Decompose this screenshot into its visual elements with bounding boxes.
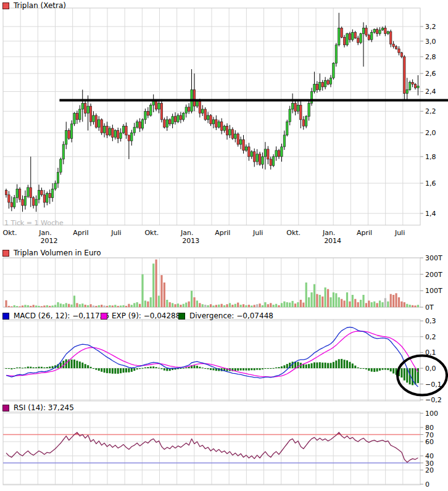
- svg-text:2013: 2013: [182, 237, 199, 245]
- exp-series-marker-icon: [101, 313, 107, 320]
- svg-text:April: April: [215, 229, 230, 237]
- macd-legend-label: MACD (26, 12): −0,11736: [14, 312, 109, 320]
- svg-text:0,0: 0,0: [425, 365, 436, 373]
- svg-text:April: April: [73, 229, 88, 237]
- svg-text:April: April: [357, 229, 372, 237]
- svg-text:3,2: 3,2: [425, 23, 436, 31]
- price-legend-label: Triplan (Xetra): [14, 1, 66, 10]
- divergence-series-marker-icon: [178, 313, 185, 320]
- rsi-series-marker-icon: [2, 405, 9, 411]
- macd-series-marker-icon: [2, 313, 9, 320]
- svg-text:2012: 2012: [40, 237, 57, 245]
- svg-text:1,6: 1,6: [425, 179, 436, 188]
- svg-text:0,3: 0,3: [425, 317, 436, 325]
- svg-text:1,4: 1,4: [425, 210, 436, 218]
- svg-text:Okt.: Okt.: [144, 229, 159, 237]
- exp-legend-label: EXP (9): −0,04288: [112, 312, 180, 320]
- stock-chart-page: 3,23,02,82,62,42,22,01,81,61,4300T200T10…: [0, 0, 448, 491]
- exp-legend-item: EXP (9): −0,04288: [101, 312, 180, 320]
- svg-text:2014: 2014: [324, 237, 341, 245]
- volume-legend-label: Triplan Volumen in Euro: [14, 249, 101, 257]
- svg-text:2,6: 2,6: [425, 70, 436, 78]
- svg-text:2,0: 2,0: [425, 129, 436, 137]
- svg-text:0: 0: [425, 481, 429, 489]
- macd-legend-item: MACD (26, 12): −0,11736: [2, 312, 109, 320]
- svg-text:2,4: 2,4: [425, 88, 436, 96]
- divergence-legend-label: Divergence: −0,07448: [189, 312, 273, 320]
- price-legend: Triplan (Xetra): [2, 1, 66, 10]
- svg-text:100: 100: [425, 410, 438, 418]
- svg-text:300T: 300T: [425, 254, 442, 262]
- svg-text:Jan.: Jan.: [38, 229, 51, 237]
- price-series-marker-icon: [2, 2, 9, 9]
- svg-text:60: 60: [425, 438, 434, 446]
- svg-text:Juli: Juli: [252, 229, 263, 237]
- svg-text:Okt.: Okt.: [3, 229, 17, 237]
- svg-text:−0,2: −0,2: [425, 396, 442, 404]
- svg-text:200T: 200T: [425, 271, 442, 279]
- volume-legend: Triplan Volumen in Euro: [2, 249, 101, 257]
- rsi-legend: RSI (14): 37,245: [2, 403, 74, 412]
- rsi-legend-label: RSI (14): 37,245: [14, 403, 74, 412]
- svg-text:0,1: 0,1: [425, 349, 436, 357]
- svg-text:Jan.: Jan.: [180, 229, 193, 237]
- svg-text:2,8: 2,8: [425, 53, 436, 61]
- volume-series-marker-icon: [2, 250, 9, 257]
- tick-interval-note: 1 Tick = 1 Woche: [4, 219, 64, 227]
- svg-text:0,2: 0,2: [425, 333, 436, 341]
- svg-text:Juli: Juli: [394, 229, 405, 237]
- svg-text:2,2: 2,2: [425, 107, 436, 115]
- svg-text:Okt.: Okt.: [286, 229, 301, 237]
- svg-text:−0,1: −0,1: [425, 381, 442, 389]
- svg-text:Juli: Juli: [110, 229, 121, 237]
- svg-text:0T: 0T: [425, 303, 434, 312]
- svg-text:3,0: 3,0: [425, 38, 436, 46]
- svg-text:20: 20: [425, 466, 434, 474]
- chart-canvas: 3,23,02,82,62,42,22,01,81,61,4300T200T10…: [0, 0, 448, 491]
- svg-text:Jan.: Jan.: [322, 229, 335, 237]
- divergence-legend-item: Divergence: −0,07448: [178, 312, 273, 320]
- svg-text:1,8: 1,8: [425, 153, 436, 161]
- svg-text:100T: 100T: [425, 287, 442, 295]
